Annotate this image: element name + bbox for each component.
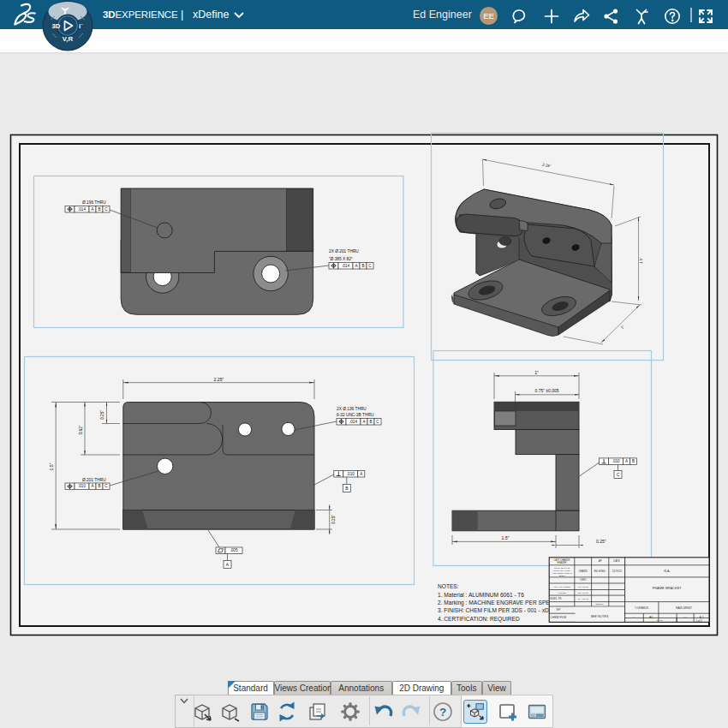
svg-text:1.5”: 1.5” xyxy=(502,535,510,540)
svg-text:ED ENG.: ED ENG. xyxy=(594,570,606,573)
svg-text:6061-T6: 6061-T6 xyxy=(551,597,562,600)
svg-text:B: B xyxy=(369,420,372,424)
svg-text:0.25”: 0.25” xyxy=(100,410,104,420)
svg-text:ˇØ.385 X 82°: ˇØ.385 X 82° xyxy=(329,257,353,261)
svg-text:SEE NOTES: SEE NOTES xyxy=(591,615,609,618)
svg-text:i´: i´ xyxy=(79,22,83,30)
svg-text:SPEC: SPEC xyxy=(559,575,565,577)
svg-text:.010: .010 xyxy=(78,484,86,488)
svg-text:~: ~ xyxy=(684,616,686,619)
svg-text:0.75” ±0.005: 0.75” ±0.005 xyxy=(534,388,558,393)
svg-text:6-32 UNC-2B THRU: 6-32 UNC-2B THRU xyxy=(337,413,374,417)
svg-text:?: ? xyxy=(439,706,446,719)
svg-text:CHEM FILM: CHEM FILM xyxy=(551,616,567,619)
svg-text:DATE: DATE xyxy=(613,559,619,563)
svg-text:2. Marking : MACHINE ENGRAVE P: 2. Marking : MACHINE ENGRAVE PER SPEC xyxy=(438,600,554,606)
svg-text:B: B xyxy=(98,484,100,488)
svg-text:1”: 1” xyxy=(534,370,539,375)
svg-text:1.5”: 1.5” xyxy=(49,462,54,470)
svg-text:.014: .014 xyxy=(342,264,349,268)
svg-text:B: B xyxy=(632,459,635,463)
svg-text:~: ~ xyxy=(634,616,636,619)
svg-text:A4: A4 xyxy=(649,616,653,619)
svg-text:DRAWN: DRAWN xyxy=(579,570,588,573)
svg-text:2X Ø.136 THRU: 2X Ø.136 THRU xyxy=(337,407,367,411)
svg-text:1.5”: 1.5” xyxy=(639,257,643,264)
svg-text:NAS-0R967: NAS-0R967 xyxy=(676,606,692,610)
svg-text:AP: AP xyxy=(599,559,602,563)
svg-text:Ø.196 THRU: Ø.196 THRU xyxy=(82,200,106,205)
svg-text:SHT: SHT xyxy=(556,608,561,612)
svg-text:SCALE: SCALE xyxy=(656,619,663,621)
svg-text:AUTH LIN. DIMEN.: AUTH LIN. DIMEN. xyxy=(553,586,571,588)
svg-text:QA APPVD: QA APPVD xyxy=(578,598,588,600)
svg-text:B: B xyxy=(361,264,364,268)
svg-text:FRAME BRACKET: FRAME BRACKET xyxy=(653,586,683,590)
svg-text:.014: .014 xyxy=(78,207,86,212)
svg-text:3D: 3D xyxy=(52,22,61,30)
svg-text:0.25”: 0.25” xyxy=(596,539,606,544)
svg-text:4. CERTIFICATION: REQUIRED: 4. CERTIFICATION: REQUIRED xyxy=(438,616,520,623)
svg-text:.005: .005 xyxy=(230,548,238,552)
svg-text:N.A.: N.A. xyxy=(664,570,670,573)
svg-text:B: B xyxy=(98,207,100,212)
svg-text:2X Ø.201 THRU: 2X Ø.201 THRU xyxy=(329,249,359,254)
svg-text:.014: .014 xyxy=(349,420,357,424)
svg-text:ALL APPVD: ALL APPVD xyxy=(577,586,588,588)
svg-text:V,R: V,R xyxy=(63,35,74,43)
svg-text:12/9/22: 12/9/22 xyxy=(612,570,622,573)
svg-text:HEADER: HEADER xyxy=(558,561,567,564)
svg-text:2.25”: 2.25” xyxy=(213,377,224,382)
svg-text:CHKD: CHKD xyxy=(580,578,586,582)
svg-text:Ø.201 THRU: Ø.201 THRU xyxy=(82,478,106,482)
svg-text:MD APPVD: MD APPVD xyxy=(578,592,589,594)
svg-text:C: C xyxy=(617,472,620,477)
svg-text:1 of 2: 1 of 2 xyxy=(695,619,702,623)
svg-text:TOLERANCE: TOLERANCE xyxy=(635,606,648,610)
svg-text:DESIGN: DESIGN xyxy=(595,603,603,606)
svg-text:3. FINISH: CHEM FILM PER 3DS -: 3. FINISH: CHEM FILM PER 3DS - 001 - xD xyxy=(438,607,549,613)
svg-text:1. Material : ALUMINUM 6061 -: 1. Material : ALUMINUM 6061 - T6 xyxy=(438,592,524,598)
svg-text:.010: .010 xyxy=(347,472,355,476)
svg-text:0.62”: 0.62” xyxy=(79,425,83,434)
svg-text:NOTES:: NOTES: xyxy=(438,583,459,589)
svg-text:.010: .010 xyxy=(612,459,620,463)
svg-text:0.25”: 0.25” xyxy=(331,515,336,524)
svg-text:ANGLES: ANGLES xyxy=(558,592,566,594)
